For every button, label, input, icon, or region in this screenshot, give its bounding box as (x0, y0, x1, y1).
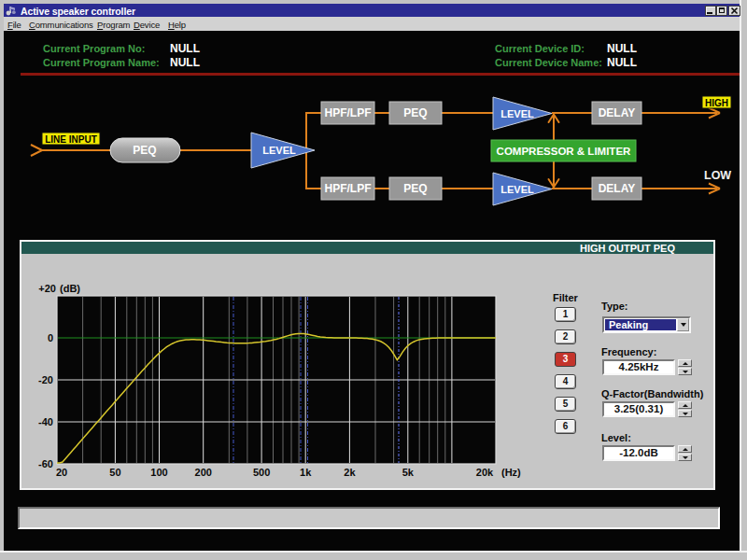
svg-text:PEQ: PEQ (403, 182, 427, 195)
svg-text:20k: 20k (476, 467, 494, 478)
svg-text:5k: 5k (402, 467, 415, 478)
svg-text:1k: 1k (300, 467, 312, 478)
svg-text:LEVEL: LEVEL (500, 108, 534, 119)
svg-text:LEVEL: LEVEL (262, 145, 296, 156)
svg-text:HPF/LPF: HPF/LPF (325, 182, 372, 195)
svg-text:20: 20 (56, 467, 67, 478)
svg-text:DELAY: DELAY (599, 182, 636, 195)
svg-text:LINE INPUT: LINE INPUT (45, 134, 97, 145)
svg-text:-40: -40 (38, 416, 53, 427)
svg-text:-60: -60 (38, 458, 53, 469)
svg-text:DELAY: DELAY (599, 106, 636, 119)
svg-text:200: 200 (195, 467, 212, 478)
svg-text:HIGH: HIGH (705, 98, 728, 108)
svg-text:COMPRESSOR & LIMITER: COMPRESSOR & LIMITER (497, 146, 631, 157)
svg-text:2k: 2k (344, 467, 356, 478)
svg-text:(dB): (dB) (60, 283, 80, 294)
svg-text:50: 50 (109, 467, 120, 478)
svg-text:+20: +20 (38, 283, 56, 294)
svg-text:(Hz): (Hz) (501, 467, 521, 478)
svg-text:PEQ: PEQ (403, 106, 427, 119)
svg-text:-20: -20 (38, 374, 53, 385)
svg-text:0: 0 (48, 332, 53, 343)
svg-text:LOW: LOW (704, 169, 731, 182)
svg-text:PEQ: PEQ (133, 144, 156, 157)
svg-text:500: 500 (253, 467, 270, 478)
svg-text:HPF/LPF: HPF/LPF (325, 106, 372, 119)
svg-text:100: 100 (150, 467, 167, 478)
svg-text:LEVEL: LEVEL (500, 184, 534, 195)
